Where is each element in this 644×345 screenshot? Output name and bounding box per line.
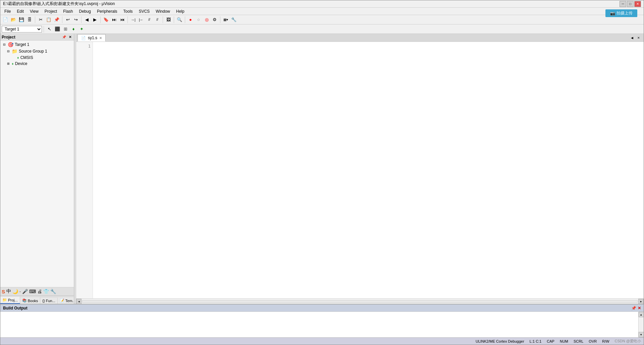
diamond-button[interactable]: ♦ xyxy=(70,25,77,33)
menu-tools[interactable]: Tools xyxy=(121,8,136,14)
cursor-button[interactable]: ↖ xyxy=(46,25,53,33)
status-watermark: CSDN @爱吃小 xyxy=(615,339,641,344)
close-button[interactable]: ✕ xyxy=(634,1,641,7)
tree-expand-device: ⊞ xyxy=(7,62,11,65)
toolbar-separator-3 xyxy=(81,16,82,23)
close-editor-button[interactable]: ✕ xyxy=(636,35,642,41)
nav-fwd-button[interactable]: ▶ xyxy=(91,16,99,23)
editor-area: 📄 sy1.s ✕ ◀ ✕ 1 ◂ ▸ xyxy=(76,34,644,304)
tree-item-source-group1[interactable]: ⊟ 📁 Source Group 1 xyxy=(0,48,74,55)
tab-books[interactable]: 📚 Books xyxy=(20,297,41,304)
undo-button[interactable]: ↩ xyxy=(64,16,71,23)
menu-peripherals[interactable]: Peripherals xyxy=(94,8,120,14)
tree-expand-target1: ⊟ xyxy=(3,43,7,46)
ime-zh-icon[interactable]: 中 xyxy=(6,288,11,294)
scroll-left-button[interactable]: ◂ xyxy=(76,299,82,304)
port-button[interactable]: ⊞ xyxy=(62,25,69,33)
upload-button[interactable]: 📷 拍摄上传 xyxy=(605,9,637,17)
tree-label-source-group1: Source Group 1 xyxy=(19,49,47,54)
prev-bookmark-button[interactable]: ⏮ xyxy=(118,16,126,23)
stop-button[interactable]: ○ xyxy=(195,16,202,23)
cut-button[interactable]: ✂ xyxy=(37,16,44,23)
toolbar-separator-1 xyxy=(35,16,35,23)
books-tab-label: Books xyxy=(28,299,38,303)
panel-close-button[interactable]: ✕ xyxy=(68,35,72,39)
menu-edit[interactable]: Edit xyxy=(14,8,26,14)
menu-svcs[interactable]: SVCS xyxy=(136,8,153,14)
redo-button[interactable]: ↪ xyxy=(72,16,79,23)
toolbar-separator-4 xyxy=(100,16,101,23)
tab-functions[interactable]: {} Fun... xyxy=(40,298,57,304)
insert-image-button[interactable]: 🖼 xyxy=(165,16,172,23)
ime-s-icon[interactable]: S xyxy=(2,289,5,294)
open-file-button[interactable]: 📂 xyxy=(10,16,17,23)
run-button[interactable]: ● xyxy=(187,16,194,23)
tree-item-device[interactable]: ⊞ ♦ Device xyxy=(0,61,74,67)
ime-shirt-icon[interactable]: 👕 xyxy=(43,289,49,294)
tree-item-cmsis[interactable]: ♦ CMSIS xyxy=(0,55,74,61)
maximize-button[interactable]: □ xyxy=(627,1,634,7)
new-file-button[interactable]: 📄 xyxy=(2,16,9,23)
books-tab-icon: 📚 xyxy=(22,298,27,303)
tree-expand-source-group1: ⊟ xyxy=(7,50,11,53)
gear-star-button[interactable]: ✦ xyxy=(78,25,85,33)
paste-button[interactable]: 📌 xyxy=(53,16,60,23)
vscroll-up-button[interactable]: ▴ xyxy=(639,312,644,317)
save-all-button[interactable]: 🗄 xyxy=(26,16,33,23)
tab-templates[interactable]: 📝 Tem... xyxy=(58,297,74,304)
view-options-button[interactable]: ▦▾ xyxy=(222,16,229,23)
collapse-editor-button[interactable]: ◀ xyxy=(629,35,635,41)
tab-project[interactable]: 📁 Proj... xyxy=(0,297,20,304)
line-numbers: 1 xyxy=(76,42,93,298)
unindent-button[interactable]: |← xyxy=(138,16,145,23)
settings-button[interactable]: ⚙ xyxy=(211,16,218,23)
status-position: L:1 C:1 xyxy=(530,339,541,343)
ime-keyboard-icon[interactable]: ⌨ xyxy=(29,289,36,294)
menu-view[interactable]: View xyxy=(27,8,41,14)
editor-tab-sy1s[interactable]: 📄 sy1.s ✕ xyxy=(77,34,106,42)
component-button[interactable]: ⬛ xyxy=(54,25,61,33)
bookmark-button[interactable]: 🔖 xyxy=(102,16,110,23)
bottom-panel-pin-icon[interactable]: 📌 xyxy=(631,306,636,310)
editor-hscrollbar: ◂ ▸ xyxy=(76,298,644,304)
ime-dot-icon[interactable]: · xyxy=(19,289,21,294)
comment-button[interactable]: // xyxy=(146,16,153,23)
status-num: NUM xyxy=(560,339,568,343)
ime-wrench-icon[interactable]: 🔧 xyxy=(50,289,56,294)
menu-help[interactable]: Help xyxy=(173,8,187,14)
menu-flash[interactable]: Flash xyxy=(60,8,75,14)
copy-button[interactable]: 📋 xyxy=(45,16,52,23)
editor-content: 1 xyxy=(76,42,644,298)
menu-project[interactable]: Project xyxy=(42,8,60,14)
ime-moon-icon[interactable]: 🌙 xyxy=(12,289,18,294)
minimize-button[interactable]: ─ xyxy=(620,1,626,7)
bottom-panel-row: ▴ ▾ xyxy=(0,312,644,337)
tree-item-target1[interactable]: ⊟ 🎯 Target 1 xyxy=(0,41,74,48)
ime-print-icon[interactable]: 🖨 xyxy=(37,289,42,294)
save-button[interactable]: 💾 xyxy=(18,16,25,23)
tab-close-button[interactable]: ✕ xyxy=(99,36,102,40)
reset-button[interactable]: ◎ xyxy=(203,16,210,23)
bottom-panel-close-icon[interactable]: ✕ xyxy=(638,306,641,310)
target-select[interactable]: Target 1 xyxy=(2,26,42,32)
hscroll-track[interactable] xyxy=(82,300,638,303)
nav-back-button[interactable]: ◀ xyxy=(83,16,91,23)
vscroll-down-button[interactable]: ▾ xyxy=(639,332,644,337)
indent-button[interactable]: →| xyxy=(129,16,137,23)
panel-pin-button[interactable]: 📌 xyxy=(61,35,67,39)
scroll-right-button[interactable]: ▸ xyxy=(638,299,644,304)
tem-tab-label: Tem... xyxy=(65,299,74,303)
ime-mic-icon[interactable]: 🎤 xyxy=(22,289,28,294)
toolbar-separator-2 xyxy=(62,16,62,23)
search-button[interactable]: 🔍 xyxy=(176,16,183,23)
status-right: ULINK2/ME Cortex Debugger L:1 C:1 CAP NU… xyxy=(476,339,641,344)
tools2-button[interactable]: 🔧 xyxy=(230,16,237,23)
code-editor[interactable] xyxy=(93,42,644,298)
toolbar2-separator-1 xyxy=(44,26,44,32)
uncomment-button[interactable]: // xyxy=(154,16,161,23)
next-bookmark-button[interactable]: ⏭ xyxy=(110,16,118,23)
project-panel-header: Project 📌 ✕ xyxy=(0,34,74,41)
menu-file[interactable]: File xyxy=(2,8,13,14)
menu-window[interactable]: Window xyxy=(153,8,173,14)
menu-debug[interactable]: Debug xyxy=(76,8,94,14)
